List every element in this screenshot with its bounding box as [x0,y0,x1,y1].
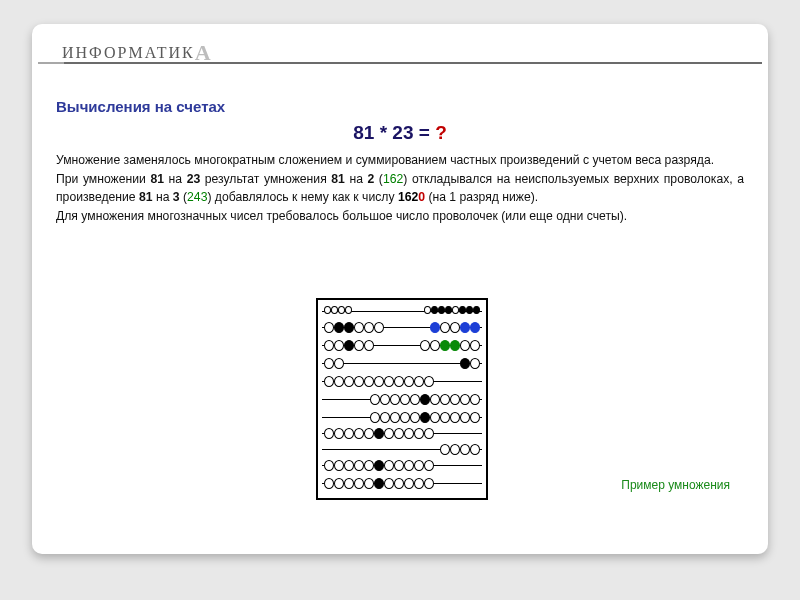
p1-text: Умножение заменялось многократным сложен… [56,153,714,167]
abacus-row [318,412,486,424]
abacus-bead [430,412,440,423]
abacus-bead [460,340,470,351]
abacus-bead [424,428,434,439]
abacus-row [318,306,486,318]
abacus-row [318,322,486,334]
abacus-right-group [370,412,480,423]
num-162: 162 [383,172,403,186]
abacus-bead [400,394,410,405]
abacus-bead [440,444,450,455]
abacus-bead [424,376,434,387]
abacus-bead [450,322,460,333]
abacus-bead [334,478,344,489]
abacus-right-group [440,444,480,455]
num-243: 243 [187,190,207,204]
abacus-bead [390,394,400,405]
abacus-bead [460,412,470,423]
abacus-bead [414,376,424,387]
abacus-row [318,478,486,490]
p2-i: ) добавлялось к нему как к числу [207,190,397,204]
abacus-row [318,376,486,388]
abacus-bead [440,412,450,423]
num-1620-head: 162 [398,190,418,204]
abacus-row [318,340,486,352]
brand-main: ИНФОРМАТИК [62,44,195,61]
abacus-bead [370,412,380,423]
abacus-bead [450,340,460,351]
abacus-row [318,460,486,472]
abacus-bead [334,460,344,471]
abacus-bead [430,322,440,333]
abacus-bead [466,306,473,314]
num-1620-zero: 0 [418,190,425,204]
abacus-bead [414,460,424,471]
abacus-bead [324,428,334,439]
abacus-bead [374,460,384,471]
abacus-bead [344,428,354,439]
p2-g: на [153,190,173,204]
abacus-bead [410,412,420,423]
abacus-bead [345,306,352,314]
abacus-bead [354,376,364,387]
abacus-bead [374,376,384,387]
abacus-bead [324,322,334,333]
abacus-bead [324,376,334,387]
abacus-bead [394,460,404,471]
abacus-bead [424,306,431,314]
abacus-right-group [420,340,480,351]
abacus-bead [384,376,394,387]
abacus-bead [404,478,414,489]
abacus-bead [334,358,344,369]
abacus-bead [394,478,404,489]
abacus-bead [470,340,480,351]
abacus-bead [338,306,345,314]
abacus-bead [470,412,480,423]
abacus-bead [324,460,334,471]
abacus-bead [384,428,394,439]
abacus-bead [334,428,344,439]
abacus-bead [364,428,374,439]
abacus-bead [414,428,424,439]
abacus-bead [344,322,354,333]
abacus-bead [404,428,414,439]
abacus-bead [400,412,410,423]
paragraph-2: При умножении 81 на 23 результат умножен… [56,171,744,206]
abacus-bead [424,478,434,489]
equation-qmark: ? [435,122,447,143]
num-81-c: 81 [139,190,153,204]
equation: 81 * 23 = ? [0,122,800,144]
abacus-left-group [324,478,434,489]
abacus-bead [374,428,384,439]
abacus-bead [459,306,466,314]
paragraph-3: Для умножения многозначных чисел требова… [56,208,744,225]
abacus-bead [354,322,364,333]
abacus-bead [364,460,374,471]
num-81-b: 81 [331,172,345,186]
abacus-bead [450,444,460,455]
abacus-bead [354,340,364,351]
slide: ИНФОРМАТИКА Вычисления на счетах 81 * 23… [0,0,800,600]
abacus-bead [470,358,480,369]
p2-j: (на 1 разряд ниже). [425,190,538,204]
abacus-row [318,358,486,370]
abacus-bead [380,394,390,405]
abacus-bead [374,322,384,333]
abacus-bead [440,340,450,351]
abacus-bead [324,478,334,489]
abacus-bead [420,412,430,423]
abacus-bead [460,358,470,369]
abacus-bead [324,340,334,351]
p2-b: на [164,172,187,186]
num-3: 3 [173,190,180,204]
abacus-left-group [324,340,374,351]
abacus-illustration [316,298,488,500]
abacus-bead [344,460,354,471]
abacus-left-group [324,428,434,439]
abacus-bead [430,340,440,351]
abacus-bead [450,394,460,405]
abacus-bead [394,428,404,439]
abacus-bead [354,460,364,471]
abacus-bead [420,340,430,351]
abacus-bead [452,306,459,314]
abacus-bead [364,340,374,351]
